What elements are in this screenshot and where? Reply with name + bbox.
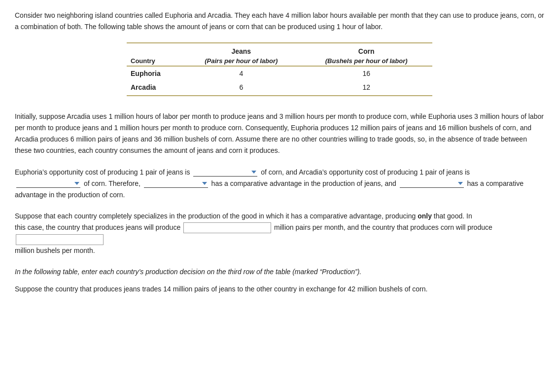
comp-adv-corn-select[interactable]: EuphoriaArcadia [400, 179, 454, 187]
euphoria-opp-cost-select[interactable]: 4/162/3416/424/6 [193, 168, 247, 176]
arcadia-opp-cost-label: of corn, and Arcadia’s opportunity cost … [261, 168, 470, 176]
cell-corn: 16 [300, 66, 432, 80]
intro-paragraph: Consider two neighboring island countrie… [15, 10, 544, 33]
dropdown4-arrow [458, 182, 463, 185]
million-pairs-label: million pairs per month, and the country… [274, 223, 492, 231]
cell-country: Euphoria [127, 66, 182, 80]
table-row: Euphoria416 [127, 66, 432, 80]
specialization-text1: Suppose that each country completely spe… [15, 212, 416, 220]
col3-subheader: (Bushels per hour of labor) [300, 56, 432, 66]
section5-italic: In the following table, enter each count… [15, 266, 544, 278]
only-bold: only [418, 212, 432, 220]
jeans-produce-label: this case, the country that produces jea… [15, 223, 180, 231]
has-comp-adv-label: has a comparative [467, 179, 524, 187]
dropdown4-container[interactable]: EuphoriaArcadia [400, 179, 464, 188]
million-bushels-label: million bushels per month. [15, 247, 95, 254]
intro-text: Consider two neighboring island countrie… [15, 10, 544, 33]
dropdown3-arrow [202, 182, 207, 185]
comp-adv-jeans-select[interactable]: EuphoriaArcadia [144, 179, 198, 187]
section3: Euphoria’s opportunity cost of producing… [15, 167, 544, 201]
specialization-text2: that good. In [434, 212, 472, 220]
dropdown3-container[interactable]: EuphoriaArcadia [144, 179, 208, 188]
comp-adv-jeans-label: has a comparative advantage in the produ… [211, 179, 396, 187]
section4: Suppose that each country completely spe… [15, 211, 544, 256]
cell-country: Arcadia [127, 80, 182, 96]
table-row: Arcadia612 [127, 80, 432, 96]
dropdown2-arrow [74, 182, 79, 185]
cell-jeans: 6 [182, 80, 300, 96]
section2: Initially, suppose Arcadia uses 1 millio… [15, 111, 544, 156]
arcadia-opp-cost-select[interactable]: 4/162/3416/424/6 [16, 179, 70, 187]
dropdown1-container[interactable]: 4/162/3416/424/6 [193, 168, 257, 177]
section5: In the following table, enter each count… [15, 266, 544, 278]
section2-text: Initially, suppose Arcadia uses 1 millio… [15, 111, 544, 156]
therefore-label: of corn. Therefore, [84, 179, 140, 187]
col1-subheader: Country [127, 56, 182, 66]
comp-adv-corn-label2: advantage in the production of corn. [15, 191, 125, 199]
corn-quantity-input[interactable] [16, 234, 104, 245]
cell-jeans: 4 [182, 66, 300, 80]
col3-header: Corn [300, 46, 432, 56]
production-table-container: Jeans Corn Country (Pairs per hour of la… [127, 42, 432, 96]
dropdown1-arrow [251, 171, 256, 174]
jeans-quantity-input[interactable] [183, 222, 271, 233]
cell-corn: 12 [300, 80, 432, 96]
section6: Suppose the country that produces jeans … [15, 284, 544, 295]
opp-cost-euphoria-label: Euphoria’s opportunity cost of producing… [15, 168, 190, 176]
production-table: Jeans Corn Country (Pairs per hour of la… [127, 42, 432, 96]
col2-subheader: (Pairs per hour of labor) [182, 56, 300, 66]
dropdown2-container[interactable]: 4/162/3416/424/6 [16, 179, 80, 188]
col1-header [127, 46, 182, 56]
section6-text: Suppose the country that produces jeans … [15, 284, 544, 295]
col2-header: Jeans [182, 46, 300, 56]
